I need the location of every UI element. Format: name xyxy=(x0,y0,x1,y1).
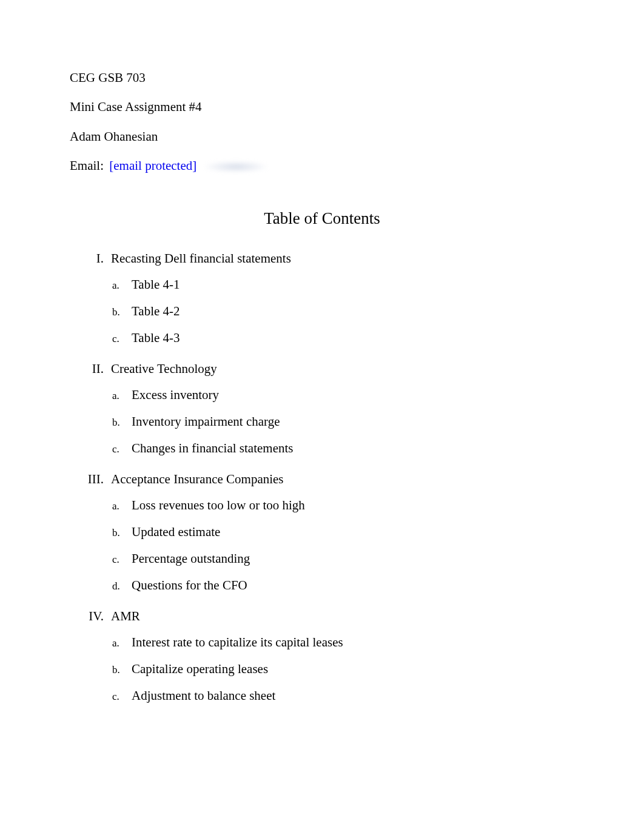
subitem: c. Percentage outstanding xyxy=(70,551,574,566)
subitem: b. Updated estimate xyxy=(70,525,574,540)
toc-section: II. Creative Technology a. Excess invent… xyxy=(70,361,574,456)
subitem-text: Updated estimate xyxy=(132,525,574,540)
subitem-text: Questions for the CFO xyxy=(132,578,574,593)
subitem-letter: c. xyxy=(112,443,123,455)
subitem-letter: d. xyxy=(112,580,123,592)
email-line: Email: [email protected] xyxy=(70,158,574,174)
roman-numeral: III. xyxy=(70,472,104,487)
subitem: b. Capitalize operating leases xyxy=(70,662,574,677)
subitem: a. Interest rate to capitalize its capit… xyxy=(70,635,574,650)
section-heading-row: III. Acceptance Insurance Companies xyxy=(70,472,574,487)
subitem-text: Table 4-1 xyxy=(132,277,574,292)
roman-numeral: I. xyxy=(70,251,104,266)
section-title: AMR xyxy=(111,609,574,624)
subitem-text: Adjustment to balance sheet xyxy=(132,688,574,703)
subitem: a. Excess inventory xyxy=(70,387,574,403)
subitem-text: Loss revenues too low or too high xyxy=(132,498,574,513)
section-heading-row: II. Creative Technology xyxy=(70,361,574,377)
roman-numeral: IV. xyxy=(70,609,104,624)
toc-section: III. Acceptance Insurance Companies a. L… xyxy=(70,472,574,593)
section-heading-row: I. Recasting Dell financial statements xyxy=(70,251,574,266)
subitem-text: Table 4-3 xyxy=(132,330,574,346)
document-header: CEG GSB 703 Mini Case Assignment #4 Adam… xyxy=(70,70,574,174)
section-title: Creative Technology xyxy=(111,361,574,377)
toc-heading: Table of Contents xyxy=(70,209,574,228)
section-heading-row: IV. AMR xyxy=(70,609,574,624)
subitem: a. Table 4-1 xyxy=(70,277,574,292)
email-blurred-region xyxy=(203,161,269,173)
subitem-letter: b. xyxy=(112,306,123,318)
email-label: Email: xyxy=(70,158,104,173)
subitem-text: Changes in financial statements xyxy=(132,441,574,456)
toc-section: I. Recasting Dell financial statements a… xyxy=(70,251,574,346)
roman-numeral: II. xyxy=(70,361,104,377)
subitem: b. Table 4-2 xyxy=(70,304,574,319)
subitem-text: Table 4-2 xyxy=(132,304,574,319)
section-title: Acceptance Insurance Companies xyxy=(111,472,574,487)
subitem-text: Interest rate to capitalize its capital … xyxy=(132,635,574,650)
subitem-letter: a. xyxy=(112,637,123,649)
subitem: d. Questions for the CFO xyxy=(70,578,574,593)
subitem: c. Table 4-3 xyxy=(70,330,574,346)
assignment-title: Mini Case Assignment #4 xyxy=(70,99,574,115)
subitem-letter: a. xyxy=(112,280,123,292)
email-link[interactable]: [email protected] xyxy=(109,158,196,173)
subitem-letter: b. xyxy=(112,417,123,429)
section-title: Recasting Dell financial statements xyxy=(111,251,574,266)
subitem: c. Changes in financial statements xyxy=(70,441,574,456)
subitem: c. Adjustment to balance sheet xyxy=(70,688,574,703)
subitem-letter: a. xyxy=(112,390,123,402)
table-of-contents: I. Recasting Dell financial statements a… xyxy=(70,251,574,703)
toc-section: IV. AMR a. Interest rate to capitalize i… xyxy=(70,609,574,703)
subitem-letter: b. xyxy=(112,527,123,539)
subitem-text: Inventory impairment charge xyxy=(132,414,574,429)
subitem-text: Capitalize operating leases xyxy=(132,662,574,677)
subitem-letter: c. xyxy=(112,554,123,566)
subitem: b. Inventory impairment charge xyxy=(70,414,574,429)
course-code: CEG GSB 703 xyxy=(70,70,574,86)
author-name: Adam Ohanesian xyxy=(70,129,574,145)
subitem-letter: c. xyxy=(112,333,123,345)
subitem: a. Loss revenues too low or too high xyxy=(70,498,574,513)
subitem-letter: b. xyxy=(112,664,123,676)
subitem-text: Percentage outstanding xyxy=(132,551,574,566)
subitem-text: Excess inventory xyxy=(132,387,574,403)
subitem-letter: c. xyxy=(112,691,123,703)
subitem-letter: a. xyxy=(112,500,123,512)
